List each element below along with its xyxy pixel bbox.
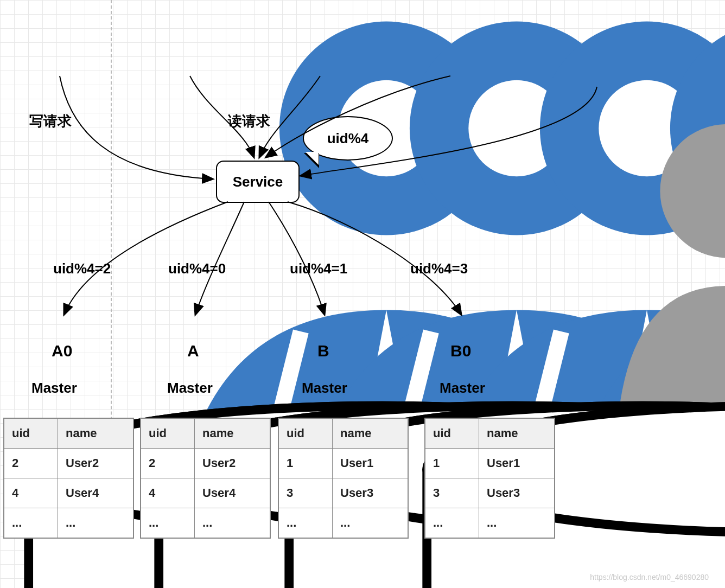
user-icon (415, 0, 485, 76)
data-table-2: uidname 1User1 3User3 ...... (278, 418, 409, 539)
user-icon (154, 0, 225, 76)
svg-point-3 (468, 80, 564, 176)
branch-label-2: uid%4=1 (290, 260, 347, 277)
uid-mod-bubble: uid%4 (303, 116, 393, 161)
watermark: https://blog.csdn.net/m0_46690280 (590, 573, 709, 581)
th-name: name (333, 418, 409, 449)
db-role-0: Master (31, 380, 77, 397)
data-table-1: uidname 2User2 4User4 ...... (140, 418, 271, 539)
table-row: ...... (425, 508, 555, 539)
th-uid: uid (141, 418, 195, 449)
th-name: name (479, 418, 555, 449)
db-name-1: A (187, 342, 199, 360)
read-request-label: 读请求 (228, 112, 270, 131)
user-icon (284, 0, 355, 76)
db-name-2: B (317, 342, 329, 360)
branch-label-1: uid%4=0 (168, 260, 226, 277)
write-request-label: 写请求 (29, 112, 72, 131)
th-name: name (195, 418, 271, 449)
table-row: ...... (141, 508, 270, 539)
th-uid: uid (4, 418, 58, 449)
data-table-3: uidname 1User1 3User3 ...... (424, 418, 555, 539)
group-icon (532, 0, 684, 92)
table-row: ...... (278, 508, 408, 539)
th-uid: uid (278, 418, 333, 449)
service-label: Service (233, 174, 283, 190)
table-row: 4User4 (141, 478, 270, 508)
svg-point-8 (660, 124, 725, 258)
table-row: 2User2 (4, 449, 133, 478)
th-uid: uid (425, 418, 479, 449)
table-row: 1User1 (425, 449, 555, 478)
table-row: 3User3 (425, 478, 555, 508)
svg-point-5 (599, 80, 695, 176)
db-role-3: Master (440, 380, 485, 397)
branch-label-3: uid%4=3 (410, 260, 468, 277)
db-name-3: B0 (450, 342, 471, 360)
table-row: 2User2 (141, 449, 270, 478)
user-icon (24, 0, 94, 76)
th-name: name (58, 418, 134, 449)
table-row: 3User3 (278, 478, 408, 508)
db-role-2: Master (302, 380, 347, 397)
service-box: Service (216, 161, 300, 203)
table-row: 1User1 (278, 449, 408, 478)
branch-label-0: uid%4=2 (53, 260, 111, 277)
table-row: ...... (4, 508, 133, 539)
db-name-0: A0 (52, 342, 72, 360)
data-table-0: uidname 2User2 4User4 ...... (3, 418, 134, 539)
table-row: 4User4 (4, 478, 133, 508)
db-role-1: Master (167, 380, 213, 397)
bubble-text: uid%4 (327, 130, 369, 147)
